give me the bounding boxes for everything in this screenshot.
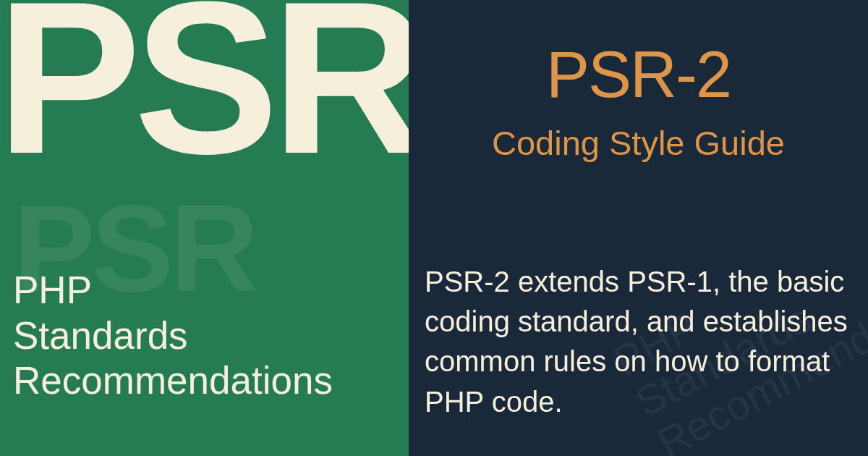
psr-number-heading: PSR-2 — [409, 38, 868, 112]
left-panel: PSR PSR PHP Standards Recommendations — [0, 0, 409, 456]
psr-acronym: PSR — [0, 0, 409, 170]
php-standards-label: PHP Standards Recommendations — [13, 268, 333, 404]
php-line-2: Standards — [13, 313, 333, 359]
guide-subtitle: Coding Style Guide — [409, 123, 868, 163]
right-panel: PSR-2 Coding Style Guide PHP Standards R… — [409, 0, 868, 456]
psr-description: PSR-2 extends PSR-1, the basic coding st… — [425, 262, 854, 422]
php-line-3: Recommendations — [13, 358, 333, 404]
php-line-1: PHP — [13, 268, 333, 313]
